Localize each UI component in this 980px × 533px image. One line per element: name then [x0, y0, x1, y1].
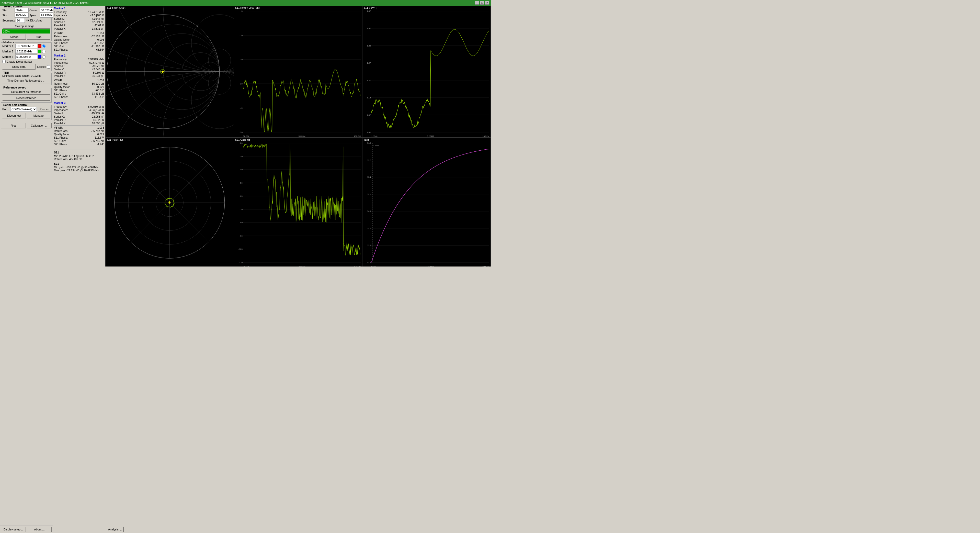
marker1-radio[interactable] — [42, 45, 46, 48]
sweep-control-label: Sweep control — [3, 6, 23, 8]
serial-port-group: Serial port control Port COM3 (S-A-A-2) … — [1, 105, 52, 120]
progress-bar: 100% — [2, 29, 50, 34]
reference-sweep-group: Reference sweep Set current as reference… — [1, 88, 52, 102]
tdr-chart-cell[interactable]: TDR — [362, 137, 491, 266]
segments-input[interactable] — [16, 18, 25, 23]
marker2-color[interactable] — [38, 49, 41, 53]
s11-summary: S11 Min VSWR: 1.011 @ 693.565kHz Return … — [54, 150, 104, 161]
marker1-row: Marker 1 — [2, 44, 50, 48]
minimize-button[interactable]: _ — [475, 1, 479, 5]
enable-delta-label: Enable Delta Marker — [6, 60, 32, 63]
locked-checkbox[interactable] — [47, 65, 50, 69]
smith-chart-cell[interactable]: S11 Smith Chart — [105, 6, 234, 137]
tdr-canvas — [363, 138, 490, 266]
rescan-button[interactable]: Rescan — [38, 106, 51, 112]
markers-label: Markers — [3, 41, 14, 44]
smith-chart-canvas — [105, 6, 234, 137]
marker1-label: Marker 1 — [2, 45, 14, 48]
files-button[interactable]: Files — [1, 123, 26, 128]
stop-button[interactable]: Stop — [27, 34, 51, 40]
maximize-button[interactable]: □ — [480, 1, 484, 5]
polar-canvas — [105, 138, 234, 266]
sweep-control-group: Sweep control Start Center Stop Span Seg… — [1, 6, 52, 41]
tdr-chart-title: TDR — [363, 138, 369, 141]
marker3-input[interactable] — [15, 54, 37, 59]
close-button[interactable]: ✕ — [485, 1, 489, 5]
estimated-cable: Estimated cable length: 0.122 m — [2, 74, 50, 77]
s11-summary-title: S11 — [54, 151, 104, 154]
mid-panel: Marker 1 Frequency:10.7431 MHz Impedance… — [53, 6, 105, 266]
stop-label: Stop — [2, 14, 14, 17]
stop-input[interactable] — [14, 13, 29, 18]
vswr-title: S11 VSWR — [363, 6, 377, 9]
marker3-color[interactable] — [38, 55, 41, 59]
reference-sweep-label: Reference sweep — [3, 86, 27, 89]
marker3-row: Marker 3 — [2, 54, 50, 59]
reset-reference-button[interactable]: Reset reference — [2, 95, 50, 101]
calibration-button[interactable]: Calibration ... — [27, 123, 52, 128]
disconnect-button[interactable]: Disconnect — [2, 113, 26, 118]
s21-summary: S21 Min gain: -108.477 dB @ 56.4362MHz M… — [54, 162, 104, 172]
return-loss-canvas — [234, 6, 362, 137]
marker1-color[interactable] — [38, 44, 41, 48]
span-input[interactable] — [40, 13, 53, 18]
vswr-cell[interactable]: S11 VSWR — [362, 6, 491, 137]
marker3-radio[interactable] — [42, 55, 46, 59]
marker2-data: Marker 2 Frequency:2.52525 MHz Impedance… — [54, 54, 104, 99]
step-value: 49.50kHz/step — [26, 19, 43, 22]
markers-group: Markers Marker 1 Marker 2 Marker 3 — [1, 43, 52, 71]
progress-text: 100% — [3, 30, 10, 33]
sweep-settings-button[interactable]: Sweep settings ... — [2, 23, 50, 29]
window-controls: _ □ ✕ — [475, 1, 489, 5]
marker2-row: Marker 2 — [2, 49, 50, 54]
s11-min-vswr: Min VSWR: 1.011 @ 693.565kHz — [54, 155, 104, 158]
title-bar: NanoVNA Saver 0.3.10 (Sweep: 2023-11-12 … — [0, 0, 491, 6]
show-data-button[interactable]: Show data — [2, 64, 35, 70]
marker1-data: Marker 1 Frequency:10.7431 MHz Impedance… — [54, 6, 104, 51]
marker2-input[interactable] — [15, 49, 37, 54]
sweep-button[interactable]: Sweep — [2, 34, 26, 40]
s21-min-gain: Min gain: -108.477 dB @ 56.4362MHz — [54, 166, 104, 169]
tdr-button[interactable]: Time Domain Reflectometry ... — [2, 78, 50, 83]
start-label: Start — [2, 9, 14, 12]
polar-plot-title: S21 Polar Plot — [107, 138, 123, 141]
return-loss-cell[interactable]: S11 Return Loss (dB) — [234, 6, 363, 137]
charts-panel: S11 Smith Chart S11 Return Loss (dB) S11… — [105, 6, 491, 266]
locked-label: Locked — [37, 65, 46, 68]
marker2-label: Marker 2 — [2, 50, 14, 53]
left-panel: Sweep control Start Center Stop Span Seg… — [0, 6, 53, 266]
gain-canvas — [234, 138, 362, 266]
start-input[interactable] — [14, 8, 29, 13]
segments-label: Segments — [2, 19, 15, 22]
return-loss-title: S11 Return Loss (dB) — [235, 6, 260, 9]
s21-max-gain: Max gain: -21.234 dB @ 10.6936MHz — [54, 169, 104, 172]
gain-title: S21 Gain (dB) — [235, 138, 251, 141]
s11-return-loss: Return loss: -45.487 dB — [54, 158, 104, 161]
marker1-input[interactable] — [15, 44, 37, 48]
polar-plot-cell[interactable]: S21 Polar Plot — [105, 137, 234, 266]
title-text: NanoVNA Saver 0.3.10 (Sweep: 2023-11-12 … — [2, 1, 88, 4]
marker1-title: Marker 1 — [54, 6, 104, 10]
tdr-group: TDR Estimated cable length: 0.122 m Time… — [1, 73, 52, 85]
center-label: Center — [29, 9, 39, 12]
gain-cell[interactable]: S21 Gain (dB) — [234, 137, 363, 266]
serial-port-label: Serial port control — [3, 103, 28, 106]
marker3-data: Marker 3 Frequency:5.00050 MHz Impedance… — [54, 101, 104, 146]
set-reference-button[interactable]: Set current as reference — [2, 89, 50, 95]
port-label: Port — [2, 108, 10, 111]
marker2-radio[interactable] — [42, 50, 46, 53]
manage-button[interactable]: Manage — [27, 113, 51, 118]
span-label: Span — [29, 14, 39, 17]
tdr-label: TDR — [3, 71, 10, 74]
marker3-title: Marker 3 — [54, 101, 104, 104]
marker2-title: Marker 2 — [54, 54, 104, 57]
center-input[interactable] — [40, 8, 53, 13]
s21-summary-title: S21 — [54, 162, 104, 165]
marker3-label: Marker 3 — [2, 55, 14, 58]
port-select[interactable]: COM3 (S-A-A-2) — [10, 107, 37, 112]
smith-chart-title: S11 Smith Chart — [107, 6, 125, 9]
vswr-canvas — [363, 6, 490, 137]
enable-delta-checkbox[interactable] — [2, 60, 6, 63]
